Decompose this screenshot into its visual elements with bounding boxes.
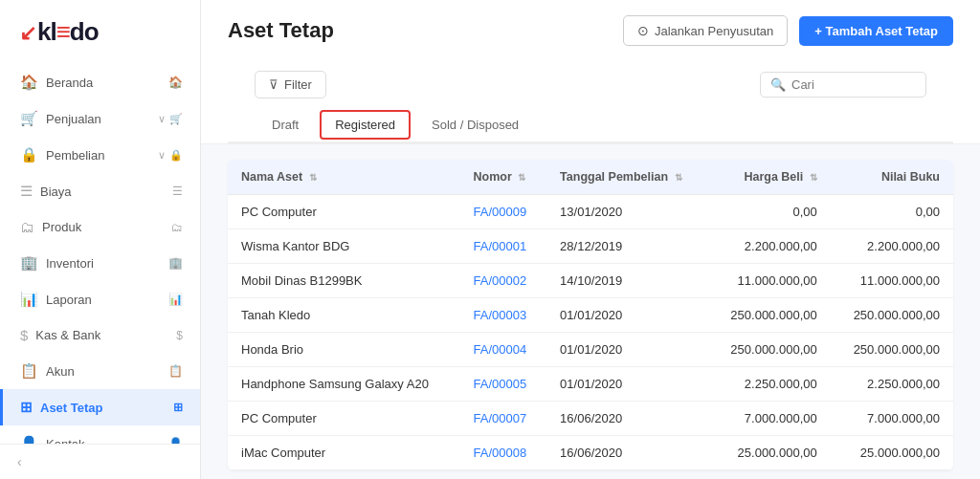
cell-harga-2: 11.000.000,00 — [708, 264, 831, 298]
sidebar-label-beranda: Beranda — [46, 76, 93, 90]
cell-nilai-3: 250.000.000,00 — [831, 298, 953, 333]
sort-tanggal-icon[interactable]: ⇅ — [675, 172, 682, 183]
cell-nama-6: PC Computer — [228, 402, 459, 436]
tab-sold-disposed-label: Sold / Disposed — [432, 118, 519, 132]
cell-tanggal-2: 14/10/2019 — [546, 264, 707, 298]
sidebar-item-pembelian[interactable]: 🔒 Pembelian ∨ 🔒 — [0, 137, 200, 173]
run-depreciation-label: Jalankan Penyusutan — [655, 24, 773, 38]
col-nilai-buku: Nilai Buku — [831, 160, 953, 195]
tab-registered[interactable]: Registered — [320, 110, 411, 140]
cell-nomor-2[interactable]: FA/00002 — [459, 264, 546, 298]
tab-sold-disposed[interactable]: Sold / Disposed — [414, 109, 536, 142]
cell-nomor-7[interactable]: FA/00008 — [459, 436, 546, 470]
run-depreciation-button[interactable]: ⊙ Jalankan Penyusutan — [623, 15, 788, 46]
filter-button[interactable]: ⊽ Filter — [255, 71, 326, 98]
sidebar-item-produk[interactable]: 🗂 Produk 🗂 — [0, 209, 200, 245]
cell-harga-3: 250.000.000,00 — [708, 298, 831, 333]
table-row: Handphone Samsung Galaxy A20 FA/00005 01… — [228, 367, 953, 402]
sidebar-label-produk: Produk — [42, 220, 81, 234]
col-nama-aset-label: Nama Aset — [241, 170, 302, 184]
table-body: PC Computer FA/00009 13/01/2020 0,00 0,0… — [228, 195, 953, 470]
table-row: PC Computer FA/00009 13/01/2020 0,00 0,0… — [228, 195, 953, 229]
col-nomor-label: Nomor — [473, 170, 511, 184]
tab-draft[interactable]: Draft — [255, 109, 316, 142]
penjualan-badge-icon: 🛒 — [169, 113, 183, 125]
sidebar-item-kas-bank[interactable]: $ Kas & Bank $ — [0, 317, 200, 353]
search-input[interactable] — [791, 77, 916, 92]
cell-nama-1: Wisma Kantor BDG — [228, 229, 459, 264]
cell-harga-5: 2.250.000,00 — [708, 367, 831, 402]
cell-nomor-1[interactable]: FA/00001 — [459, 229, 546, 264]
cell-nama-5: Handphone Samsung Galaxy A20 — [228, 367, 459, 402]
main-content: Aset Tetap ⊙ Jalankan Penyusutan + Tamba… — [201, 0, 980, 479]
cell-harga-0: 0,00 — [708, 195, 831, 229]
cell-nilai-6: 7.000.000,00 — [831, 402, 953, 436]
sidebar-item-kontak[interactable]: 👤 Kontak 👤 — [0, 425, 200, 444]
filter-bar: ⊽ Filter 🔍 — [228, 59, 953, 98]
sidebar-label-penjualan: Penjualan — [46, 112, 101, 126]
cell-nama-2: Mobil Dinas B1299BK — [228, 264, 459, 298]
cell-nomor-0[interactable]: FA/00009 — [459, 195, 546, 229]
cell-tanggal-3: 01/01/2020 — [546, 298, 707, 333]
home-icon: 🏠 — [20, 74, 38, 91]
cell-nomor-4[interactable]: FA/00004 — [459, 333, 546, 367]
col-tanggal-label: Tanggal Pembelian — [560, 170, 668, 184]
cell-nomor-6[interactable]: FA/00007 — [459, 402, 546, 436]
sidebar-label-akun: Akun — [46, 364, 75, 379]
chevron-down-icon-2: ∨ — [158, 149, 166, 162]
sort-nomor-icon[interactable]: ⇅ — [518, 172, 525, 183]
depreciation-circle-icon: ⊙ — [637, 23, 649, 38]
table-row: Mobil Dinas B1299BK FA/00002 14/10/2019 … — [228, 264, 953, 298]
sidebar-item-akun[interactable]: 📋 Akun 📋 — [0, 353, 200, 389]
kontak-icon: 👤 — [20, 435, 38, 444]
main-header: Aset Tetap ⊙ Jalankan Penyusutan + Tamba… — [201, 0, 980, 144]
sort-nama-icon[interactable]: ⇅ — [309, 172, 317, 183]
header-actions: ⊙ Jalankan Penyusutan + Tambah Aset Teta… — [623, 15, 953, 46]
sidebar-item-aset-tetap[interactable]: ⊞ Aset Tetap ⊞ — [0, 389, 200, 425]
sidebar-item-laporan[interactable]: 📊 Laporan 📊 — [0, 281, 200, 317]
col-nomor: Nomor ⇅ — [459, 160, 546, 195]
inventori-badge-icon: 🏢 — [168, 256, 183, 270]
add-asset-button[interactable]: + Tambah Aset Tetap — [799, 16, 953, 46]
tab-draft-label: Draft — [272, 118, 299, 132]
cell-nilai-0: 0,00 — [831, 195, 953, 229]
sidebar-collapse-button[interactable]: ‹ — [0, 444, 200, 479]
kas-bank-icon: $ — [20, 327, 28, 343]
logo-arrow-icon: ↙ — [19, 21, 35, 45]
tabs-bar: Draft Registered Sold / Disposed — [228, 108, 953, 143]
cell-nomor-3[interactable]: FA/00003 — [459, 298, 546, 333]
sidebar-item-biaya[interactable]: ☰ Biaya ☰ — [0, 173, 200, 209]
search-box[interactable]: 🔍 — [760, 72, 926, 98]
sidebar: ↙kl≡do 🏠 Beranda 🏠 🛒 Penjualan ∨ 🛒 🔒 Pem — [0, 0, 201, 479]
inventori-icon: 🏢 — [20, 254, 38, 272]
collapse-icon: ‹ — [17, 454, 22, 469]
kas-bank-badge-icon: $ — [176, 329, 183, 342]
sidebar-item-penjualan[interactable]: 🛒 Penjualan ∨ 🛒 — [0, 100, 200, 137]
sort-harga-icon[interactable]: ⇅ — [810, 172, 817, 183]
cell-tanggal-5: 01/01/2020 — [546, 367, 707, 402]
cell-nomor-5[interactable]: FA/00005 — [459, 367, 546, 402]
biaya-icon: ☰ — [20, 183, 33, 200]
cell-tanggal-1: 28/12/2019 — [546, 229, 707, 264]
cell-nilai-5: 2.250.000,00 — [831, 367, 953, 402]
asset-table: Nama Aset ⇅ Nomor ⇅ Tanggal Pembelian ⇅ … — [228, 160, 953, 470]
filter-icon: ⊽ — [269, 77, 278, 92]
table-row: Tanah Kledo FA/00003 01/01/2020 250.000.… — [228, 298, 953, 333]
sidebar-item-inventori[interactable]: 🏢 Inventori 🏢 — [0, 245, 200, 281]
sidebar-label-laporan: Laporan — [46, 293, 92, 307]
tab-registered-label: Registered — [335, 118, 395, 132]
akun-badge-icon: 📋 — [168, 364, 183, 378]
cell-nilai-1: 2.200.000,00 — [831, 229, 953, 264]
cell-harga-7: 25.000.000,00 — [708, 436, 831, 470]
cell-nama-4: Honda Brio — [228, 333, 459, 367]
page-title: Aset Tetap — [228, 18, 334, 43]
sidebar-label-kontak: Kontak — [46, 437, 84, 445]
col-harga-beli: Harga Beli ⇅ — [708, 160, 831, 195]
sidebar-item-beranda[interactable]: 🏠 Beranda 🏠 — [0, 64, 200, 100]
penjualan-icon: 🛒 — [20, 110, 38, 127]
pembelian-badge-icon: 🔒 — [169, 149, 183, 162]
sidebar-label-kas-bank: Kas & Bank — [35, 328, 100, 342]
col-harga-beli-label: Harga Beli — [744, 170, 803, 184]
laporan-icon: 📊 — [20, 291, 38, 308]
sidebar-label-inventori: Inventori — [46, 256, 94, 271]
